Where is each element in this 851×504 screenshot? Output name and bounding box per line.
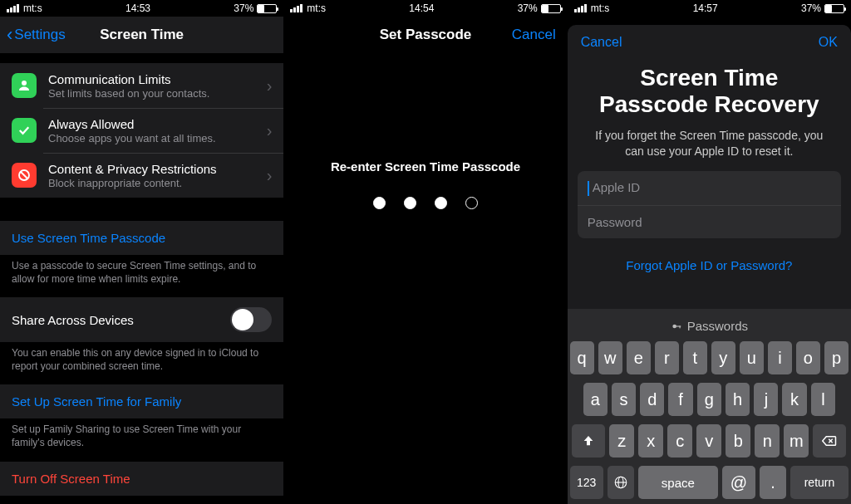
clock: 14:54: [409, 2, 434, 14]
globe-key[interactable]: [608, 466, 634, 499]
nav-bar: ‹ Settings Screen Time: [0, 17, 283, 53]
item-sub: Choose apps you want at all times.: [48, 132, 255, 144]
phone-recovery: mt:s 14:57 37% Cancel OK Screen Time Pas…: [568, 0, 851, 504]
carrier-label: mt:s: [591, 2, 610, 14]
signal-icon: [290, 4, 303, 12]
battery-pct: 37%: [518, 2, 538, 14]
numeric-key[interactable]: 123: [570, 466, 603, 499]
nav-bar: Set Passcode Cancel: [283, 17, 567, 53]
passcode-entry: Re-enter Screen Time Passcode: [283, 53, 567, 504]
key-i[interactable]: i: [768, 341, 792, 374]
key-g[interactable]: g: [697, 383, 721, 416]
recovery-subtitle: If you forget the Screen Time passcode, …: [568, 128, 851, 171]
shift-key[interactable]: [572, 424, 605, 458]
at-key[interactable]: @: [722, 466, 755, 499]
contact-icon: [12, 73, 37, 98]
key-f[interactable]: f: [668, 383, 692, 416]
key-w[interactable]: w: [598, 341, 622, 374]
key-b[interactable]: b: [726, 424, 750, 458]
checkmark-icon: [12, 118, 37, 143]
status-bar: mt:s 14:53 37%: [0, 0, 283, 17]
passcode-dots: [373, 197, 478, 209]
item-sub: Block inappropriate content.: [48, 177, 255, 189]
share-footer: You can enable this on any device signed…: [0, 342, 283, 384]
sheet-nav-bar: Cancel OK: [568, 25, 851, 60]
ok-button[interactable]: OK: [819, 35, 838, 50]
key-o[interactable]: o: [796, 341, 820, 374]
key-n[interactable]: n: [755, 424, 780, 458]
key-z[interactable]: z: [609, 424, 634, 458]
key-q[interactable]: q: [570, 341, 594, 374]
apple-id-field[interactable]: Apple ID: [578, 171, 841, 205]
battery-icon: [257, 4, 277, 13]
passcode-dot: [435, 197, 447, 209]
key-c[interactable]: c: [667, 424, 692, 458]
recovery-sheet: Cancel OK Screen Time Passcode Recovery …: [568, 25, 851, 504]
item-always-allowed[interactable]: Always Allowed Choose apps you want at a…: [0, 108, 283, 153]
battery-icon: [541, 4, 561, 13]
share-toggle[interactable]: [230, 307, 272, 332]
page-title: Set Passcode: [380, 27, 472, 43]
family-button[interactable]: Set Up Screen Time for Family: [0, 384, 283, 418]
item-communication-limits[interactable]: Communication Limits Set limits based on…: [0, 63, 283, 108]
passcode-dot: [404, 197, 416, 209]
cancel-button[interactable]: Cancel: [512, 27, 556, 43]
key-p[interactable]: p: [824, 341, 849, 374]
battery-icon: [824, 4, 844, 13]
turn-off-button[interactable]: Turn Off Screen Time: [0, 462, 283, 496]
key-k[interactable]: k: [782, 383, 806, 416]
item-title: Always Allowed: [48, 117, 255, 131]
keyboard-row-1: qwertyuiop: [570, 341, 849, 374]
key-a[interactable]: a: [583, 383, 608, 416]
dot-key[interactable]: .: [760, 466, 786, 499]
item-title: Communication Limits: [48, 72, 255, 86]
chevron-left-icon: ‹: [7, 26, 12, 44]
back-button[interactable]: ‹ Settings: [7, 26, 66, 44]
page-title: Screen Time: [100, 27, 184, 43]
key-v[interactable]: v: [696, 424, 721, 458]
keyboard-row-2: asdfghjkl: [570, 383, 849, 416]
keyboard-suggestion-bar[interactable]: Passwords: [570, 314, 849, 341]
key-h[interactable]: h: [726, 383, 750, 416]
cancel-button[interactable]: Cancel: [581, 35, 622, 50]
backspace-key[interactable]: [813, 424, 846, 458]
key-y[interactable]: y: [711, 341, 735, 374]
phone-screen-time: mt:s 14:53 37% ‹ Settings Screen Time Co…: [0, 0, 283, 504]
passcode-prompt: Re-enter Screen Time Passcode: [331, 159, 520, 174]
svg-point-3: [672, 324, 676, 328]
key-m[interactable]: m: [784, 424, 809, 458]
share-label: Share Across Devices: [12, 313, 134, 327]
carrier-label: mt:s: [307, 2, 326, 14]
key-r[interactable]: r: [655, 341, 679, 374]
return-key[interactable]: return: [790, 466, 849, 499]
key-icon: [671, 321, 682, 332]
key-t[interactable]: t: [683, 341, 707, 374]
share-devices-row: Share Across Devices: [0, 297, 283, 342]
key-e[interactable]: e: [627, 341, 651, 374]
svg-point-0: [22, 81, 27, 86]
clock: 14:53: [125, 2, 150, 14]
password-field[interactable]: Password: [578, 205, 841, 238]
signal-icon: [574, 4, 587, 12]
chevron-right-icon: ›: [267, 76, 273, 95]
svg-rect-5: [679, 325, 680, 328]
key-l[interactable]: l: [811, 383, 835, 416]
forgot-link[interactable]: Forgot Apple ID or Password?: [568, 238, 851, 292]
chevron-right-icon: ›: [267, 166, 273, 185]
key-s[interactable]: s: [612, 383, 636, 416]
key-j[interactable]: j: [754, 383, 778, 416]
space-key[interactable]: space: [638, 466, 718, 499]
battery-pct: 37%: [801, 2, 821, 14]
status-bar: mt:s 14:57 37%: [568, 0, 851, 17]
phone-set-passcode: mt:s 14:54 37% Set Passcode Cancel Re-en…: [283, 0, 567, 504]
item-title: Content & Privacy Restrictions: [48, 162, 255, 176]
credential-fields: Apple ID Password: [578, 171, 841, 238]
key-x[interactable]: x: [638, 424, 663, 458]
item-content-privacy[interactable]: Content & Privacy Restrictions Block ina…: [0, 153, 283, 198]
recovery-title: Screen Time Passcode Recovery: [568, 60, 851, 128]
use-passcode-button[interactable]: Use Screen Time Passcode: [0, 221, 283, 255]
key-u[interactable]: u: [740, 341, 764, 374]
family-footer: Set up Family Sharing to use Screen Time…: [0, 418, 283, 461]
keyboard: Passwords qwertyuiop asdfghjkl zxcvbnm 1…: [568, 309, 851, 504]
key-d[interactable]: d: [640, 383, 664, 416]
